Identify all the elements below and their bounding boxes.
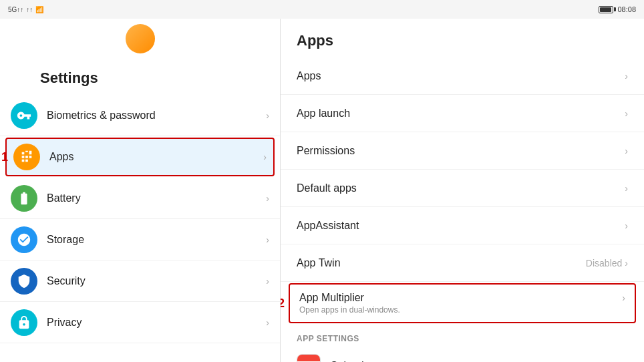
right-app-multiplier-chevron: › [622, 293, 625, 303]
security-label: Security [47, 275, 266, 287]
calendar-icon: 31 [297, 354, 321, 363]
status-right: 08:08 [599, 5, 636, 13]
right-item-apps[interactable]: Apps › [281, 57, 644, 95]
settings-item-apps[interactable]: 1 Apps › [5, 138, 275, 176]
right-item-app-multiplier[interactable]: App Multiplier › Open apps in dual-windo… [289, 283, 636, 323]
right-app-launch-label: App launch [297, 108, 625, 120]
settings-item-security[interactable]: Security › [0, 260, 280, 302]
right-item-app-twin[interactable]: App Twin Disabled › [281, 244, 644, 282]
left-panel: Settings Biometrics & password › 1 Apps … [0, 19, 281, 362]
right-calendar-label: Calendar [330, 360, 625, 363]
app-settings-header: APP SETTINGS [281, 325, 644, 347]
main-container: Settings Biometrics & password › 1 Apps … [0, 19, 644, 362]
apps-icon [13, 144, 40, 170]
right-item-default-apps[interactable]: Default apps › [281, 170, 644, 207]
signal-icons: 5G↑↑ ↑↑ 📶 [8, 6, 43, 13]
signal-4g: ↑↑ [26, 6, 33, 13]
right-app-twin-label: App Twin [297, 257, 586, 269]
battery-menu-icon [11, 185, 37, 212]
right-app-twin-chevron: › [625, 258, 628, 268]
right-app-twin-status: Disabled [586, 258, 622, 268]
apps-label: Apps [49, 151, 263, 163]
battery-fill [600, 7, 611, 12]
right-item-permissions[interactable]: Permissions › [281, 132, 644, 170]
right-item-calendar[interactable]: 31 Calendar › [281, 347, 644, 362]
time-display: 08:08 [617, 5, 636, 13]
top-icon-row [0, 19, 280, 56]
step2-label: 2 [281, 297, 285, 311]
right-item-app-launch[interactable]: App launch › [281, 95, 644, 132]
battery-icon [599, 6, 613, 13]
right-app-multiplier-sublabel: Open apps in dual-windows. [299, 305, 400, 315]
security-chevron: › [266, 276, 269, 287]
settings-item-battery[interactable]: Battery › [0, 178, 280, 219]
storage-label: Storage [47, 234, 266, 246]
step1-label: 1 [1, 150, 8, 164]
top-circle-icon [126, 24, 155, 53]
battery-chevron: › [266, 193, 269, 204]
status-bar: 5G↑↑ ↑↑ 📶 08:08 [0, 0, 644, 19]
right-app-multiplier-label: App Multiplier [299, 292, 622, 304]
right-app-assistant-chevron: › [625, 220, 628, 231]
settings-item-biometrics[interactable]: Biometrics & password › [0, 95, 280, 136]
privacy-label: Privacy [47, 317, 266, 329]
right-permissions-label: Permissions [297, 145, 625, 157]
right-apps-chevron: › [625, 71, 628, 81]
right-permissions-chevron: › [625, 146, 628, 156]
right-app-launch-chevron: › [625, 108, 628, 119]
settings-item-privacy[interactable]: Privacy › [0, 302, 280, 343]
settings-item-storage[interactable]: Storage › [0, 219, 280, 260]
right-panel: Apps Apps › App launch › Permissions › D… [281, 19, 644, 362]
right-list: Apps › App launch › Permissions › Defaul… [281, 57, 644, 362]
settings-list: Biometrics & password › 1 Apps › Battery… [0, 95, 280, 362]
biometrics-icon [11, 102, 37, 129]
right-apps-label: Apps [297, 70, 625, 82]
right-item-app-assistant[interactable]: AppAssistant › [281, 207, 644, 244]
right-default-apps-chevron: › [625, 183, 628, 194]
wifi-icon: 📶 [35, 6, 43, 13]
right-default-apps-label: Default apps [297, 182, 625, 194]
storage-chevron: › [266, 234, 269, 245]
privacy-chevron: › [266, 317, 269, 328]
security-icon [11, 268, 37, 295]
battery-label: Battery [47, 192, 266, 204]
right-app-assistant-label: AppAssistant [297, 220, 625, 232]
right-title: Apps [281, 19, 644, 57]
settings-title: Settings [0, 56, 280, 95]
biometrics-label: Biometrics & password [47, 110, 266, 122]
privacy-icon [11, 309, 37, 336]
signal-text: 5G↑↑ [8, 6, 23, 13]
storage-icon [11, 226, 37, 253]
cal-top [297, 355, 320, 361]
apps-chevron: › [263, 152, 267, 162]
biometrics-chevron: › [266, 110, 269, 121]
